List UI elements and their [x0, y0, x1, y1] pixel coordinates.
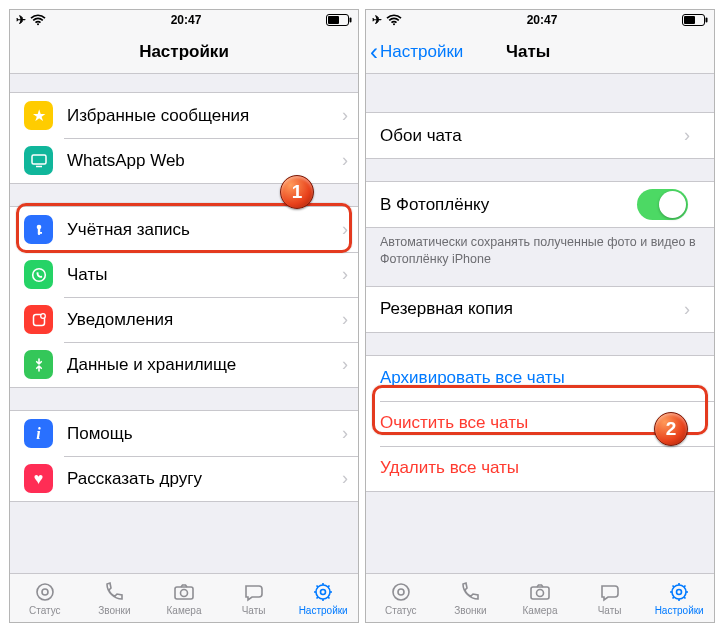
data-icon	[24, 350, 53, 379]
svg-rect-3	[350, 18, 352, 23]
row-label: Данные и хранилище	[67, 355, 342, 375]
settings-group-1: ★ Избранные сообщения › WhatsApp Web ›	[10, 92, 358, 184]
row-label: Чаты	[67, 265, 342, 285]
settings-group-2: Учётная запись › Чаты › Уведомления › Да…	[10, 206, 358, 388]
screen-chats-settings: ✈︎ 20:47 ‹ Настройки Чаты Обои чата › В …	[365, 9, 715, 623]
airplane-icon: ✈︎	[372, 13, 382, 27]
tab-settings[interactable]: Настройки	[288, 574, 358, 622]
battery-icon	[326, 14, 352, 26]
svg-rect-20	[706, 18, 708, 23]
chevron-right-icon: ›	[342, 264, 358, 285]
chevron-right-icon: ›	[342, 423, 358, 444]
svg-point-16	[321, 590, 326, 595]
row-label: Уведомления	[67, 310, 342, 330]
callout-badge-2: 2	[654, 412, 688, 446]
tab-calls[interactable]: Звонки	[80, 574, 150, 622]
tab-camera[interactable]: Камера	[149, 574, 219, 622]
row-help[interactable]: i Помощь ›	[10, 411, 358, 456]
svg-point-0	[37, 23, 39, 25]
svg-point-10	[40, 313, 45, 318]
row-label: Удалить все чаты	[380, 458, 700, 478]
nav-bar: Настройки	[10, 30, 358, 74]
svg-point-15	[316, 585, 330, 599]
page-title: Настройки	[10, 42, 358, 62]
row-label: Резервная копия	[380, 299, 684, 319]
star-icon: ★	[24, 101, 53, 130]
back-button[interactable]: ‹ Настройки	[366, 40, 463, 64]
row-chats[interactable]: Чаты ›	[10, 252, 358, 297]
row-label: WhatsApp Web	[67, 151, 342, 171]
tab-camera[interactable]: Камера	[505, 574, 575, 622]
screen-settings: ✈︎ 20:47 Настройки ★ Избранные сообщения…	[9, 9, 359, 623]
row-starred[interactable]: ★ Избранные сообщения ›	[10, 93, 358, 138]
callout-badge-1: 1	[280, 175, 314, 209]
nav-bar: ‹ Настройки Чаты	[366, 30, 714, 74]
clock: 20:47	[46, 13, 326, 27]
row-label: Избранные сообщения	[67, 106, 342, 126]
row-label: Помощь	[67, 424, 342, 444]
airplane-icon: ✈︎	[16, 13, 26, 27]
row-label: Рассказать другу	[67, 469, 342, 489]
tab-status[interactable]: Статус	[366, 574, 436, 622]
whatsapp-icon	[24, 260, 53, 289]
svg-point-17	[393, 23, 395, 25]
back-label: Настройки	[380, 42, 463, 62]
wifi-icon	[386, 14, 402, 26]
svg-point-22	[398, 589, 404, 595]
svg-point-8	[32, 268, 45, 281]
row-save-to-cameraroll[interactable]: В Фотоплёнку	[366, 182, 714, 227]
svg-point-26	[677, 590, 682, 595]
row-whatsapp-web[interactable]: WhatsApp Web ›	[10, 138, 358, 183]
tab-bar: Статус Звонки Камера Чаты Настройки	[10, 573, 358, 622]
tab-status[interactable]: Статус	[10, 574, 80, 622]
battery-icon	[682, 14, 708, 26]
tab-bar: Статус Звонки Камера Чаты Настройки	[366, 573, 714, 622]
row-label: Обои чата	[380, 126, 684, 146]
row-archive-all[interactable]: Архивировать все чаты	[366, 356, 714, 401]
tab-chats[interactable]: Чаты	[219, 574, 289, 622]
chats-group-cameraroll: В Фотоплёнку	[366, 181, 714, 228]
desktop-icon	[24, 146, 53, 175]
bell-icon	[24, 305, 53, 334]
svg-point-12	[42, 589, 48, 595]
chevron-right-icon: ›	[342, 354, 358, 375]
chevron-right-icon: ›	[342, 309, 358, 330]
row-backup[interactable]: Резервная копия ›	[366, 287, 714, 332]
row-tell-a-friend[interactable]: ♥ Рассказать другу ›	[10, 456, 358, 501]
chats-group-backup: Резервная копия ›	[366, 286, 714, 333]
chats-group-wallpaper: Обои чата ›	[366, 112, 714, 159]
chevron-right-icon: ›	[342, 150, 358, 171]
svg-point-24	[536, 590, 543, 597]
row-data-storage[interactable]: Данные и хранилище ›	[10, 342, 358, 387]
status-bar: ✈︎ 20:47	[366, 10, 714, 30]
wifi-icon	[30, 14, 46, 26]
svg-rect-6	[37, 228, 39, 235]
toggle-save-to-cameraroll[interactable]	[637, 189, 688, 220]
svg-rect-4	[32, 155, 46, 164]
settings-group-3: i Помощь › ♥ Рассказать другу ›	[10, 410, 358, 502]
row-label: В Фотоплёнку	[380, 195, 637, 215]
row-label: Учётная запись	[67, 220, 342, 240]
row-label: Очистить все чаты	[380, 413, 700, 433]
chevron-right-icon: ›	[684, 299, 700, 320]
chevron-left-icon: ‹	[370, 40, 378, 64]
row-wallpaper[interactable]: Обои чата ›	[366, 113, 714, 158]
svg-rect-7	[39, 232, 42, 234]
tab-chats[interactable]: Чаты	[575, 574, 645, 622]
chevron-right-icon: ›	[684, 125, 700, 146]
row-delete-all[interactable]: Удалить все чаты	[366, 446, 714, 491]
svg-point-21	[393, 584, 409, 600]
row-label: Архивировать все чаты	[380, 368, 700, 388]
clock: 20:47	[402, 13, 682, 27]
heart-icon: ♥	[24, 464, 53, 493]
row-account[interactable]: Учётная запись ›	[10, 207, 358, 252]
svg-rect-2	[328, 16, 339, 24]
svg-point-25	[672, 585, 686, 599]
tab-settings[interactable]: Настройки	[644, 574, 714, 622]
row-notifications[interactable]: Уведомления ›	[10, 297, 358, 342]
svg-point-11	[37, 584, 53, 600]
tab-calls[interactable]: Звонки	[436, 574, 506, 622]
chevron-right-icon: ›	[342, 105, 358, 126]
status-bar: ✈︎ 20:47	[10, 10, 358, 30]
key-icon	[24, 215, 53, 244]
